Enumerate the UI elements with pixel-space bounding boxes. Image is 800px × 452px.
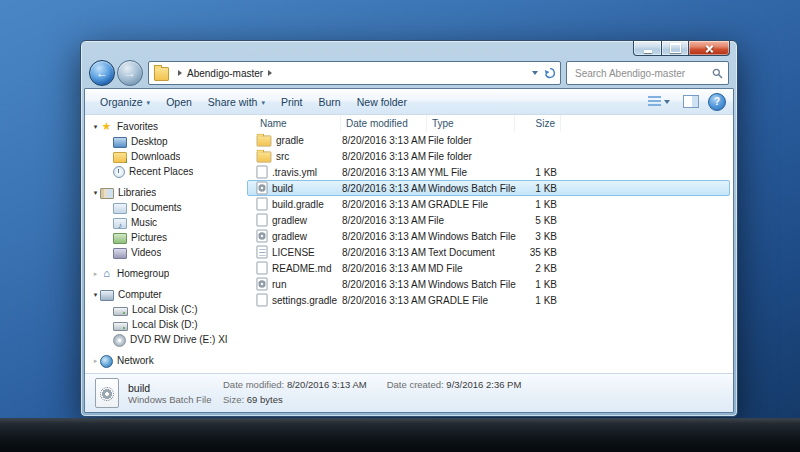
command-item[interactable]: Print [273, 93, 311, 111]
forward-button[interactable]: → [117, 60, 143, 86]
sidebar-item-icon [113, 307, 128, 316]
expander-icon[interactable] [91, 287, 100, 302]
sidebar-item-icon [100, 290, 114, 301]
column-header[interactable]: Size [515, 115, 561, 132]
file-row[interactable]: src 8/20/2016 3:13 AM File folder [247, 148, 730, 164]
sidebar-item-icon [113, 218, 127, 229]
command-bar-right: ? [644, 92, 726, 111]
sidebar-item[interactable]: Local Disk (D:) [89, 317, 247, 332]
sidebar-item[interactable]: Homegroup [89, 266, 247, 281]
file-type: GRADLE File [428, 199, 516, 210]
column-header[interactable]: Type [427, 115, 515, 132]
file-row[interactable]: gradlew 8/20/2016 3:13 AM File 5 KB [247, 212, 730, 228]
file-icon [256, 278, 267, 291]
command-item[interactable]: Burn [311, 93, 349, 111]
file-row[interactable]: run 8/20/2016 3:13 AM Windows Batch File… [247, 276, 730, 292]
maximize-button[interactable] [661, 41, 689, 56]
column-header[interactable]: Date modified [341, 115, 427, 132]
sidebar-item-label: DVD RW Drive (E:) XI [130, 334, 228, 345]
file-type: GRADLE File [428, 295, 516, 306]
taskbar[interactable] [0, 418, 800, 452]
refresh-button[interactable] [544, 67, 556, 79]
file-icon [256, 246, 267, 259]
details-date-modified: Date modified: 8/20/2016 3:13 AM [223, 378, 367, 393]
change-view-button[interactable] [644, 92, 674, 111]
command-item[interactable]: Share with [200, 93, 273, 111]
address-bar[interactable]: Abendigo-master [148, 61, 561, 85]
breadcrumb-chevron-icon[interactable] [268, 70, 272, 76]
file-name: LICENSE [272, 247, 315, 258]
file-name-cell: LICENSE [256, 245, 342, 259]
help-icon: ? [714, 96, 720, 107]
file-date-modified: 8/20/2016 3:13 AM [342, 247, 428, 258]
sidebar-item[interactable]: Desktop [89, 134, 247, 149]
sidebar-item[interactable]: Pictures [89, 230, 247, 245]
sidebar-item[interactable]: Favorites [89, 119, 247, 134]
breadcrumb-item[interactable]: Abendigo-master [187, 68, 263, 79]
breadcrumb-folder-icon [154, 67, 169, 81]
file-name-cell: build.gradle [256, 197, 342, 211]
command-item[interactable]: Open [158, 93, 200, 111]
expander-icon[interactable] [91, 119, 100, 134]
file-row[interactable]: gradlew 8/20/2016 3:13 AM Windows Batch … [247, 228, 730, 244]
sidebar-item[interactable]: Documents [89, 200, 247, 215]
minimize-button[interactable] [633, 41, 662, 56]
sidebar-item-label: Local Disk (D:) [132, 319, 198, 330]
preview-pane-button[interactable] [679, 92, 703, 111]
client-area: Organize Open Share with Print Burn New … [84, 88, 734, 413]
sidebar-item[interactable]: Videos [89, 245, 247, 260]
file-name-cell: run [256, 277, 342, 291]
file-row[interactable]: settings.gradle 8/20/2016 3:13 AM GRADLE… [247, 292, 730, 308]
help-button[interactable]: ? [708, 93, 726, 111]
breadcrumb-chevron-icon[interactable] [178, 70, 182, 76]
file-size: 1 KB [516, 199, 562, 210]
sidebar-item[interactable]: Network [89, 353, 247, 368]
sidebar-item-label: Music [131, 217, 157, 228]
file-icon [256, 262, 267, 275]
file-icon [256, 230, 267, 243]
navigation-bar: ← → Abendigo-master [81, 59, 737, 87]
address-history-dropdown-icon[interactable] [532, 71, 538, 75]
sidebar-item[interactable]: Libraries [89, 185, 247, 200]
file-row[interactable]: gradle 8/20/2016 3:13 AM File folder [247, 132, 730, 148]
file-name-cell: src [256, 149, 342, 163]
column-header-row: Name Date modified Type Size [247, 115, 733, 132]
close-button[interactable] [688, 41, 730, 56]
file-name: run [272, 279, 286, 290]
file-type: Windows Batch File [428, 279, 516, 290]
sidebar-item[interactable]: Music [89, 215, 247, 230]
file-row[interactable]: build 8/20/2016 3:13 AM Windows Batch Fi… [247, 180, 730, 196]
file-name-cell: build [256, 181, 342, 195]
file-size: 2 KB [516, 263, 562, 274]
file-size: 3 KB [516, 231, 562, 242]
sidebar-item-label: Libraries [118, 187, 156, 198]
file-row[interactable]: build.gradle 8/20/2016 3:13 AM GRADLE Fi… [247, 196, 730, 212]
file-row[interactable]: .travis.yml 8/20/2016 3:13 AM YML File 1… [247, 164, 730, 180]
file-icon [256, 166, 267, 179]
sidebar-item-icon [113, 334, 126, 347]
file-row[interactable]: README.md 8/20/2016 3:13 AM MD File 2 KB [247, 260, 730, 276]
sidebar-item-label: Videos [131, 247, 161, 258]
sidebar-item[interactable]: Computer [89, 287, 247, 302]
sidebar-item-icon [113, 166, 125, 178]
file-name-cell: gradlew [256, 213, 342, 227]
expander-icon[interactable] [91, 266, 100, 281]
sidebar-item-label: Homegroup [117, 268, 169, 279]
sidebar-item[interactable]: Recent Places [89, 164, 247, 179]
command-item[interactable]: Organize [92, 93, 158, 111]
file-row[interactable]: LICENSE 8/20/2016 3:13 AM Text Document … [247, 244, 730, 260]
sidebar-item[interactable]: DVD RW Drive (E:) XI [89, 332, 247, 347]
sidebar-item[interactable]: Local Disk (C:) [89, 302, 247, 317]
column-header[interactable]: Name [255, 115, 341, 132]
file-name: build.gradle [272, 199, 324, 210]
expander-icon[interactable] [91, 353, 100, 368]
file-name: gradlew [272, 215, 307, 226]
sidebar-item[interactable]: Downloads [89, 149, 247, 164]
details-selected: build Windows Batch File [128, 382, 214, 405]
title-bar[interactable] [81, 41, 737, 59]
search-input[interactable] [573, 67, 712, 80]
file-name: gradle [276, 135, 304, 146]
back-button[interactable]: ← [89, 60, 115, 86]
expander-icon[interactable] [91, 185, 100, 200]
command-item[interactable]: New folder [349, 93, 415, 111]
